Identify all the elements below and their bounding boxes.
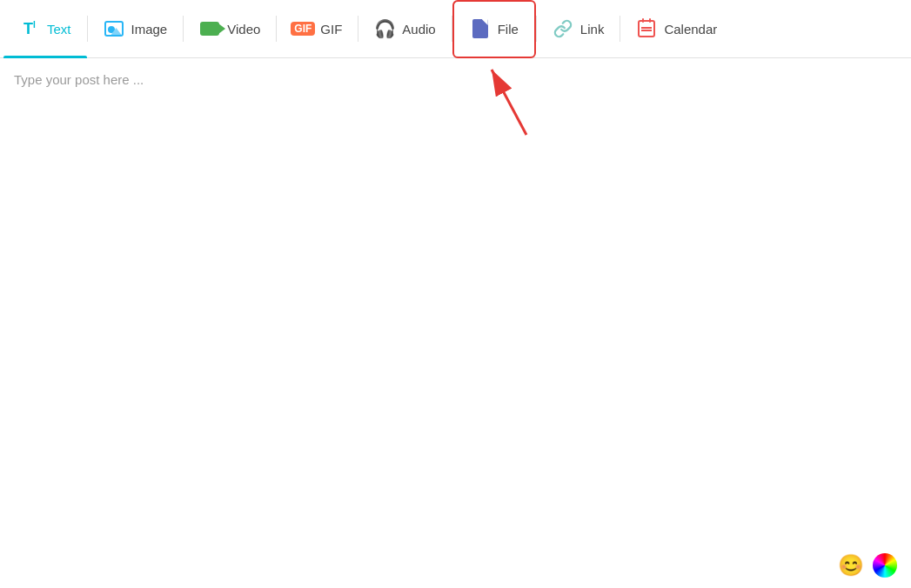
- tab-link-label: Link: [580, 22, 605, 37]
- tab-link[interactable]: Link: [537, 0, 620, 58]
- tab-gif-label: GIF: [320, 22, 342, 37]
- tab-calendar-label: Calendar: [664, 22, 717, 37]
- tab-audio[interactable]: 🎧 Audio: [358, 0, 451, 58]
- tab-video[interactable]: Video: [184, 0, 276, 58]
- color-wheel-button[interactable]: [873, 553, 897, 578]
- tab-calendar[interactable]: Calendar: [620, 0, 733, 58]
- emoji-button[interactable]: 😊: [838, 553, 864, 578]
- gif-icon: GIF: [292, 18, 313, 39]
- tab-video-label: Video: [227, 22, 260, 37]
- tab-audio-label: Audio: [402, 22, 435, 37]
- link-icon: [553, 18, 573, 39]
- calendar-icon: [636, 18, 657, 39]
- tab-image[interactable]: Image: [88, 0, 184, 58]
- bottom-bar: 😊: [824, 543, 911, 588]
- tab-gif[interactable]: GIF GIF: [277, 0, 358, 58]
- tab-text-label: Text: [47, 22, 71, 37]
- file-icon: [470, 18, 491, 39]
- content-area[interactable]: Type your post here ...: [0, 58, 911, 101]
- text-icon: TI: [19, 18, 40, 39]
- tab-text[interactable]: TI Text: [3, 0, 87, 58]
- post-placeholder: Type your post here ...: [14, 72, 144, 87]
- tab-bar: TI Text Image Video GIF GIF 🎧 Audio: [0, 0, 911, 58]
- tab-image-label: Image: [131, 22, 168, 37]
- audio-icon: 🎧: [374, 18, 395, 39]
- video-icon: [199, 18, 220, 39]
- image-icon: [104, 18, 124, 39]
- tab-file[interactable]: File: [452, 0, 536, 58]
- tab-file-label: File: [498, 22, 519, 37]
